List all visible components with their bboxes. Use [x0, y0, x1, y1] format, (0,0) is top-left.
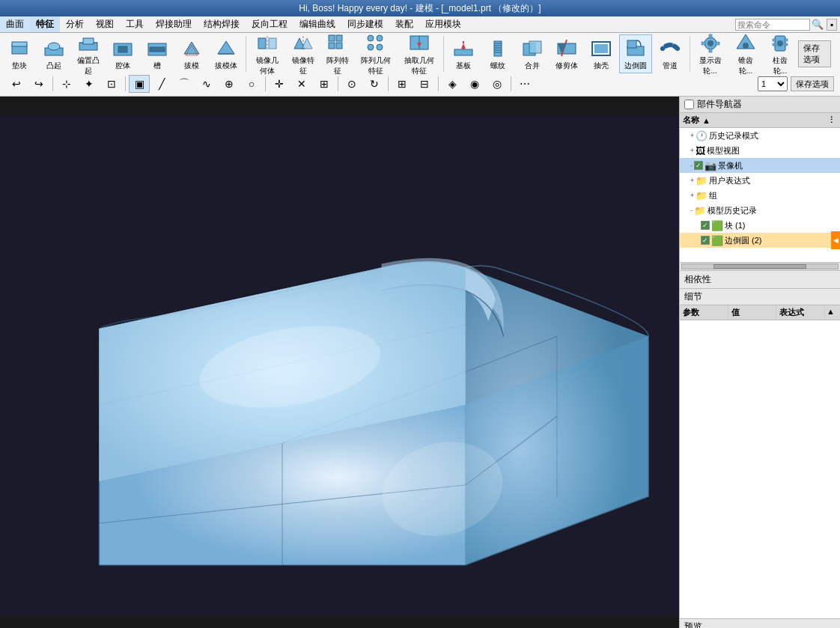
detail-col-value[interactable]: 值 [728, 305, 777, 320]
toolbar-btn-pattern-feat[interactable]: 阵列特征 [321, 34, 354, 73]
toolbar-btn-mirror-feat[interactable]: 镜像特征 [287, 34, 320, 73]
snap-btn[interactable]: ⊕ [219, 75, 240, 93]
shading-btn[interactable]: ◉ [464, 75, 485, 93]
toolbar-right: 保存选项 [798, 40, 837, 67]
nav-item-groups[interactable]: + 📁 组 [680, 188, 840, 203]
nav-item-edge-blend[interactable]: ✓ 🟩 边倒圆 (2) ▶ [680, 233, 840, 248]
extract-label: 抽取几何特征 [402, 55, 436, 76]
nav-scroll-bar[interactable] [680, 263, 840, 271]
part-nav-checkbox[interactable] [684, 100, 694, 109]
menu-item-view[interactable]: 视图 [90, 16, 120, 32]
preview-label: 预览 [684, 621, 702, 628]
select-mode-btn[interactable]: ⊡ [101, 75, 122, 93]
toolbar-btn-mirror-geom[interactable]: 镜像几何体 [249, 34, 285, 73]
toolbar-btn-slot[interactable]: 槽 [141, 34, 174, 73]
sketch-btn[interactable]: ▣ [129, 75, 150, 93]
menu-item-surface[interactable]: 曲面 [0, 16, 30, 32]
toolbar-btn-extract[interactable]: 抽取几何特征 [398, 34, 440, 73]
detail-col-sort[interactable]: ▲ [825, 305, 840, 320]
toolbar-btn-pocket[interactable]: 腔体 [106, 34, 139, 73]
menu-item-weld-assist[interactable]: 焊接助理 [150, 16, 198, 32]
search-input[interactable] [735, 19, 810, 31]
trim-icon [555, 37, 579, 60]
toolbar-btn-pad[interactable]: 垫块 [3, 34, 36, 73]
svg-rect-25 [336, 43, 342, 49]
search-icon: 🔍 [812, 19, 824, 30]
toolbar-btn-boss[interactable]: 凸起 [37, 34, 70, 73]
menu-item-struct-weld[interactable]: 结构焊接 [198, 16, 246, 32]
grid-btn[interactable]: ⊞ [314, 75, 335, 93]
toolbar-btn-pattern-geom[interactable]: 阵列几何特征 [356, 34, 398, 73]
wire-btn[interactable]: ◎ [487, 75, 508, 93]
menu-item-assembly[interactable]: 装配 [389, 16, 419, 32]
toolbar-btn-spur-gear[interactable]: 柱齿轮... [764, 34, 797, 73]
arc-btn[interactable]: ⌒ [174, 75, 195, 93]
toolbar-btn-thread[interactable]: 螺纹 [481, 34, 514, 73]
menu-item-edit-curve[interactable]: 编辑曲线 [293, 16, 341, 32]
nav-item-block[interactable]: ✓ 🟩 块 (1) [680, 218, 840, 233]
snap2-btn[interactable]: ○ [241, 75, 262, 93]
nav-item-user-expr[interactable]: + 📁 用户表达式 [680, 173, 840, 188]
select-btn[interactable]: ⊹ [56, 75, 77, 93]
toolbar-btn-show-gear[interactable]: 显示齿轮... [693, 34, 728, 73]
toolbar-btn-baseplate[interactable]: 基板 [447, 34, 480, 73]
menu-item-reverse-eng[interactable]: 反向工程 [246, 16, 293, 32]
toolbar-btn-bevel-gear[interactable]: 锥齿轮... [729, 34, 762, 73]
menu-item-sync-model[interactable]: 同步建模 [341, 16, 389, 32]
draft-icon [180, 37, 204, 60]
nav-item-camera[interactable]: - ✓ 📷 景像机 [680, 158, 840, 173]
toolbar-btn-tube[interactable]: 管道 [654, 34, 687, 73]
detail-col-expr[interactable]: 表达式 [776, 305, 825, 320]
detail-col-param[interactable]: 参数 [680, 305, 728, 320]
spline-btn[interactable]: ∿ [196, 75, 217, 93]
save-options-button[interactable]: 保存选项 [791, 76, 834, 91]
plus-btn[interactable]: ✛ [269, 75, 290, 93]
measure-btn[interactable]: ⊙ [341, 75, 362, 93]
menu-item-feature[interactable]: 特征 [30, 16, 60, 32]
nav-label-model-views: 模型视图 [707, 145, 740, 156]
svg-point-57 [743, 43, 749, 49]
pocket-icon [111, 37, 135, 60]
save-options-btn[interactable]: 保存选项 [798, 40, 831, 67]
line-btn[interactable]: ╱ [151, 75, 172, 93]
part-nav-title: 部件导航器 [697, 98, 742, 111]
toolbar-btn-draft-body[interactable]: 拔模体 [210, 34, 243, 73]
viewport[interactable] [0, 97, 679, 628]
toolbar-btn-shell[interactable]: 抽壳 [585, 34, 618, 73]
svg-point-51 [707, 40, 713, 46]
unite-icon [520, 37, 544, 60]
minus-btn[interactable]: ✕ [291, 75, 312, 93]
svg-point-28 [368, 44, 374, 50]
menu-item-analysis[interactable]: 分析 [60, 16, 90, 32]
select-filter-btn[interactable]: ✦ [79, 75, 100, 93]
ref-btn[interactable]: ⊟ [414, 75, 435, 93]
spur-gear-icon [768, 32, 792, 55]
menu-item-tools[interactable]: 工具 [120, 16, 150, 32]
nav-item-model-history[interactable]: - 📁 模型历史记录 [680, 203, 840, 218]
toolbar-btn-offset-boss[interactable]: 偏置凸起 [72, 34, 105, 73]
toolbar-row1: 垫块 凸起 偏置凸起 [3, 34, 837, 73]
dependency-section[interactable]: 相依性 [680, 271, 840, 289]
nav-item-history-mode[interactable]: + 🕐 历史记录模式 [680, 128, 840, 143]
toolbar-btn-edge-blend[interactable]: 边倒圆 [619, 34, 652, 73]
array-btn[interactable]: ⊞ [392, 75, 413, 93]
nav-icon-block: 🟩 [711, 220, 723, 231]
menu-item-app-module[interactable]: 应用模块 [419, 16, 467, 32]
detail-table: 参数 值 表达式 ▲ [680, 305, 840, 618]
right-panel-orange-indicator[interactable]: ◀ [831, 231, 840, 249]
toolbar-btn-draft[interactable]: 拔模 [175, 34, 208, 73]
toolbar-btn-unite[interactable]: 合并 [516, 34, 549, 73]
toolbar-btn-trim[interactable]: 修剪体 [550, 34, 583, 73]
window-control: ▪ [827, 19, 837, 31]
number-select[interactable]: 1 [758, 76, 788, 91]
nav-resize-handle[interactable]: ⋮ [826, 115, 837, 125]
view3d-btn[interactable]: ◈ [442, 75, 463, 93]
slot-icon [145, 37, 169, 60]
redo-btn[interactable]: ↪ [28, 75, 49, 93]
nav-icon-edge-blend: 🟩 [711, 235, 723, 246]
nav-item-model-views[interactable]: + 🖼 模型视图 [680, 143, 840, 158]
thread-label: 螺纹 [490, 61, 505, 71]
more-btn[interactable]: ⋯ [514, 75, 535, 93]
rotate-btn[interactable]: ↻ [364, 75, 385, 93]
undo-btn[interactable]: ↩ [6, 75, 27, 93]
